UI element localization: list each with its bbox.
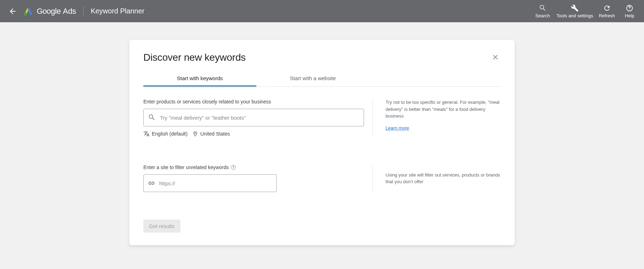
translate-icon: [143, 131, 150, 137]
tools-label: Tools and settings: [556, 13, 593, 18]
header-divider: [83, 6, 84, 17]
refresh-icon: [603, 4, 611, 12]
refresh-label: Refresh: [599, 13, 615, 18]
search-label: Search: [535, 13, 550, 18]
get-results-button[interactable]: Get results: [143, 220, 180, 233]
keyword-card: Discover new keywords Start with keyword…: [129, 40, 515, 245]
header-actions: Search Tools and settings Refresh Help: [534, 4, 638, 18]
tab-website[interactable]: Start with a website: [256, 71, 369, 86]
site-input-wrap[interactable]: [143, 174, 277, 192]
brand-google: Google: [37, 7, 61, 16]
tab-keywords[interactable]: Start with keywords: [143, 71, 256, 86]
app-header: Google Ads Keyword Planner Search Tools …: [0, 0, 644, 22]
language-text: English (default): [152, 131, 187, 137]
location-icon: [192, 131, 198, 137]
arrow-left-icon: [8, 7, 17, 16]
tip-text-1: Try not to be too specific or general. F…: [386, 99, 501, 120]
tools-action[interactable]: Tools and settings: [556, 4, 593, 18]
location-selector[interactable]: United States: [192, 131, 230, 137]
logo: Google Ads: [23, 7, 76, 16]
svg-point-3: [195, 132, 196, 133]
help-label: Help: [625, 13, 634, 18]
help-tooltip-icon[interactable]: ?: [231, 165, 236, 170]
link-icon: [148, 180, 155, 187]
close-icon: [491, 53, 499, 61]
wrench-icon: [571, 4, 579, 12]
brand-ads: Ads: [63, 7, 76, 16]
tip-text-2: Using your site will filter out services…: [386, 172, 501, 185]
refresh-action[interactable]: Refresh: [598, 4, 616, 18]
search-icon: [539, 4, 547, 12]
search-icon: [148, 114, 156, 121]
close-button[interactable]: [490, 52, 501, 64]
keyword-input-wrap[interactable]: [143, 109, 364, 126]
main-area: Discover new keywords Start with keyword…: [0, 22, 644, 245]
language-selector[interactable]: English (default): [143, 131, 187, 137]
help-action[interactable]: Help: [621, 4, 638, 18]
svg-point-0: [24, 12, 27, 16]
back-button[interactable]: [6, 4, 20, 18]
site-filter-text: Enter a site to filter unrelated keyword…: [143, 165, 229, 170]
site-input[interactable]: [159, 175, 272, 192]
help-icon: [626, 4, 633, 12]
products-label: Enter products or services closely relat…: [143, 99, 364, 104]
svg-point-2: [629, 9, 630, 10]
tabs: Start with keywords Start with a website: [143, 71, 501, 87]
page-title: Keyword Planner: [91, 7, 144, 15]
location-text: United States: [200, 131, 230, 137]
keyword-input[interactable]: [160, 109, 359, 126]
ads-logo-icon: [23, 7, 33, 16]
learn-more-link[interactable]: Learn more: [386, 125, 409, 132]
search-action[interactable]: Search: [534, 4, 551, 18]
card-title: Discover new keywords: [143, 52, 246, 63]
site-filter-label: Enter a site to filter unrelated keyword…: [143, 165, 364, 170]
